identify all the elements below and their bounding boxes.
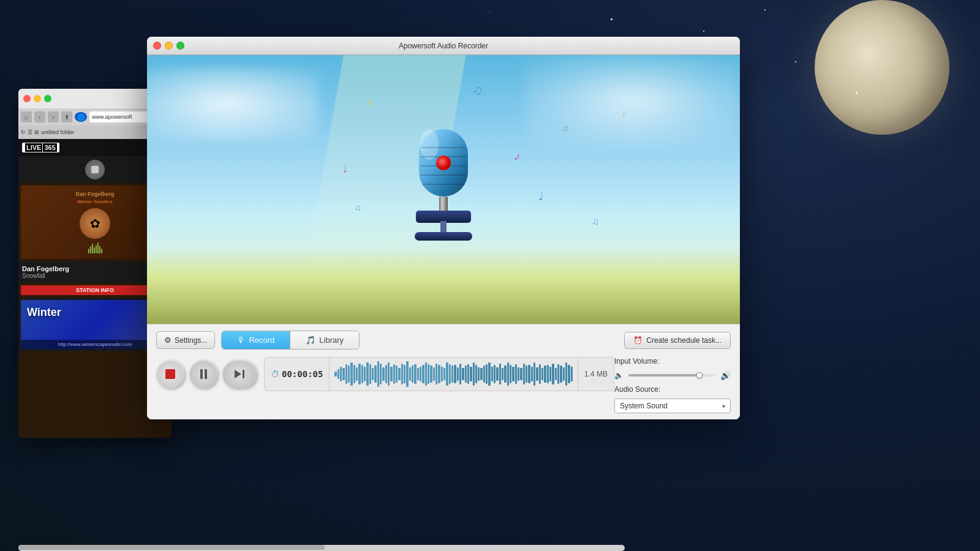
waveform-bar bbox=[555, 368, 557, 380]
skip-icon bbox=[243, 370, 244, 378]
waveform-bar bbox=[409, 367, 411, 381]
station-stop-btn[interactable] bbox=[85, 160, 105, 179]
waveform-bar bbox=[494, 365, 496, 384]
browser-share-btn[interactable]: ⬆ bbox=[61, 111, 72, 122]
browser-bookmarks-icon: ☰ bbox=[28, 129, 32, 135]
microphone-graphic bbox=[404, 126, 483, 249]
artist-name: Dan Fogelberg bbox=[22, 265, 168, 272]
waveform-bar bbox=[478, 367, 480, 381]
star bbox=[611, 18, 612, 20]
browser-min-btn[interactable] bbox=[34, 95, 41, 102]
waveform-bar bbox=[393, 364, 395, 384]
pause-button[interactable] bbox=[189, 360, 217, 388]
app-hero: ♪ ♫ ♩ ♫ ♪ ♩ ♬ ♪ ♫ bbox=[147, 55, 740, 324]
star bbox=[703, 31, 704, 32]
schedule-button[interactable]: ⏰ Create schedule task... bbox=[624, 332, 731, 349]
waveform-bar bbox=[568, 365, 570, 384]
app-title: Apowersoft Audio Recorder bbox=[399, 42, 488, 50]
svg-rect-11 bbox=[415, 232, 472, 241]
live365-logo: LIVE365 bbox=[22, 143, 59, 152]
waveform-bar bbox=[438, 365, 440, 384]
right-controls: Input Volume: 🔈 🔊 Audio Source: System S… bbox=[614, 357, 731, 413]
waveform-bars bbox=[330, 358, 578, 391]
schedule-icon: ⏰ bbox=[633, 336, 643, 345]
waveform-bar bbox=[459, 364, 461, 385]
waveform-bar bbox=[342, 368, 344, 380]
volume-thumb bbox=[696, 372, 703, 378]
waveform-bar bbox=[547, 365, 549, 384]
waveform-bar bbox=[390, 367, 392, 381]
browser-grid-icon: ⊞ bbox=[34, 129, 39, 135]
music-note-1: ♪ bbox=[366, 96, 372, 108]
music-note-9: ♫ bbox=[592, 216, 599, 227]
music-note-6: ♩ bbox=[538, 190, 543, 203]
browser-close-btn[interactable] bbox=[23, 95, 31, 102]
waveform-bar bbox=[491, 367, 493, 381]
waveform-bar bbox=[571, 367, 573, 381]
waveform-bar bbox=[544, 365, 546, 382]
settings-button[interactable]: ⚙ Settings... bbox=[156, 331, 215, 349]
app-max-btn[interactable] bbox=[176, 42, 184, 50]
moon-decoration bbox=[815, 0, 949, 135]
waveform-bar bbox=[451, 365, 453, 382]
play-skip-button[interactable] bbox=[222, 360, 257, 388]
svg-point-1 bbox=[420, 129, 439, 160]
play-icon bbox=[235, 370, 241, 378]
waveform-bar bbox=[372, 368, 374, 380]
waveform-bar bbox=[396, 365, 398, 382]
controls-left: ⏱ 00:00:05 1.4 MB bbox=[156, 357, 614, 391]
app-close-btn[interactable] bbox=[153, 42, 161, 50]
waveform-bar bbox=[541, 368, 543, 380]
volume-label: Input Volume: bbox=[614, 357, 666, 365]
waveform-bar bbox=[380, 364, 382, 385]
waveform-bar bbox=[457, 367, 459, 381]
album-ornament: ✿ bbox=[80, 208, 110, 239]
waveform-bar bbox=[528, 365, 530, 384]
tab-library-button[interactable]: 🎵 Library bbox=[290, 331, 359, 349]
app-window: Apowersoft Audio Recorder ♪ ♫ ♩ ♫ ♪ ♩ ♬ … bbox=[147, 37, 740, 419]
tab-group: 🎙 Record 🎵 Library bbox=[221, 331, 360, 350]
waveform-bar bbox=[337, 369, 339, 379]
waveform-bar bbox=[475, 365, 477, 384]
waveform-bar bbox=[356, 367, 358, 381]
volume-slider-row: 🔈 🔊 bbox=[614, 370, 731, 380]
music-icon: 🎵 bbox=[306, 335, 315, 345]
browser-home-btn[interactable]: ⌂ bbox=[21, 111, 32, 122]
waveform-bar bbox=[361, 365, 363, 384]
waveform-bar bbox=[467, 364, 469, 384]
hero-cloud-right bbox=[526, 55, 740, 147]
waveform-bar bbox=[465, 365, 467, 382]
scrollbar-thumb bbox=[18, 545, 325, 550]
tab-record-button[interactable]: 🎙 Record bbox=[222, 331, 290, 349]
browser-forward-btn[interactable]: › bbox=[48, 111, 59, 122]
hero-cloud-left bbox=[147, 67, 318, 141]
svg-point-7 bbox=[436, 156, 451, 170]
volume-row: Input Volume: bbox=[614, 357, 731, 365]
waveform-bar bbox=[428, 364, 429, 384]
waveform-bar bbox=[417, 368, 419, 380]
clock-icon: ⏱ bbox=[271, 369, 279, 379]
audio-source-select[interactable]: System Sound ▾ bbox=[614, 399, 731, 413]
waveform-bar bbox=[441, 367, 443, 381]
star bbox=[764, 9, 766, 10]
waveform-bar bbox=[348, 365, 350, 382]
waveform-bar bbox=[515, 364, 517, 384]
gear-icon: ⚙ bbox=[164, 335, 172, 345]
waveform-bar bbox=[404, 365, 405, 384]
browser-max-btn[interactable] bbox=[44, 95, 51, 102]
stop-button[interactable] bbox=[156, 360, 184, 388]
time-display: ⏱ 00:00:05 bbox=[265, 358, 330, 391]
app-titlebar: Apowersoft Audio Recorder bbox=[147, 37, 740, 55]
waveform-bar bbox=[533, 362, 535, 386]
browser-back-btn[interactable]: ‹ bbox=[34, 111, 45, 122]
volume-slider[interactable] bbox=[628, 374, 715, 377]
waveform-bar bbox=[523, 364, 525, 385]
waveform-bar bbox=[446, 362, 448, 386]
waveform-bar bbox=[510, 365, 511, 384]
app-min-btn[interactable] bbox=[165, 42, 173, 50]
waveform-bar bbox=[388, 362, 390, 386]
waveform-mini bbox=[88, 241, 102, 253]
scrollbar[interactable] bbox=[18, 545, 625, 551]
waveform-bar bbox=[366, 362, 368, 386]
browser-globe-icon: 🌐 bbox=[75, 112, 87, 122]
